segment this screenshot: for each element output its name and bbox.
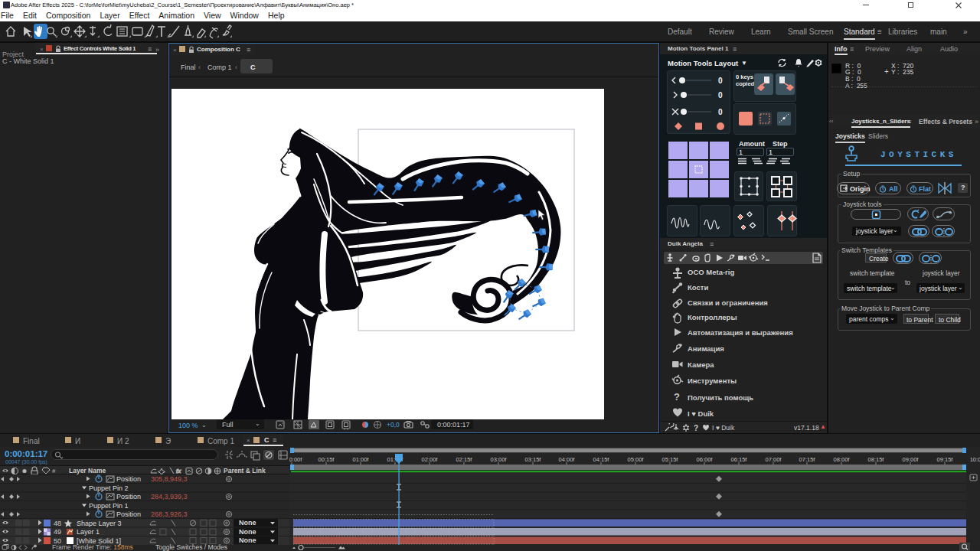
svg-text:02:00f: 02:00f bbox=[422, 456, 439, 463]
svg-text:Layer 1: Layer 1 bbox=[77, 528, 100, 536]
svg-text:268,3,926,3: 268,3,926,3 bbox=[151, 510, 188, 518]
svg-text:Layer Name: Layer Name bbox=[69, 467, 106, 474]
svg-text:0: 0 bbox=[718, 108, 723, 116]
svg-text:Parent & Link: Parent & Link bbox=[224, 467, 266, 474]
svg-text:?: ? bbox=[694, 424, 698, 432]
svg-text:0:00f: 0:00f bbox=[289, 456, 302, 463]
svg-text:Position: Position bbox=[116, 475, 141, 483]
svg-text:305,8,949,3: 305,8,949,3 bbox=[151, 475, 188, 483]
svg-text:fx: fx bbox=[176, 468, 181, 474]
svg-text:?: ? bbox=[674, 391, 680, 403]
svg-text:I ♥ Duik: I ♥ Duik bbox=[688, 409, 714, 418]
svg-text:49: 49 bbox=[54, 528, 61, 536]
svg-text:00:15f: 00:15f bbox=[318, 456, 335, 463]
svg-text:08:15f: 08:15f bbox=[868, 456, 885, 463]
svg-text:04:15f: 04:15f bbox=[593, 456, 610, 463]
svg-text:#: # bbox=[52, 468, 56, 474]
svg-text:Автоматизация и выражения: Автоматизация и выражения bbox=[688, 328, 793, 337]
svg-text:Position: Position bbox=[116, 510, 141, 518]
svg-text:0: 0 bbox=[718, 91, 723, 99]
svg-text:07:15f: 07:15f bbox=[799, 456, 816, 463]
svg-text:Связки и ограничения: Связки и ограничения bbox=[688, 298, 768, 307]
svg-text:10:0: 10:0 bbox=[970, 456, 980, 463]
svg-text:03:00f: 03:00f bbox=[491, 456, 508, 463]
svg-text:02:15f: 02:15f bbox=[456, 456, 473, 463]
svg-text:48: 48 bbox=[54, 520, 61, 527]
svg-text:08:00f: 08:00f bbox=[834, 456, 851, 463]
svg-text:0: 0 bbox=[718, 77, 723, 85]
svg-text:06:15f: 06:15f bbox=[731, 456, 748, 463]
svg-text:05:00f: 05:00f bbox=[628, 456, 645, 463]
svg-text:07:00f: 07:00f bbox=[766, 456, 782, 463]
svg-text:09:15f: 09:15f bbox=[937, 456, 954, 463]
svg-text:+0,0: +0,0 bbox=[387, 421, 400, 429]
svg-text:None: None bbox=[239, 536, 256, 544]
svg-text:Puppet Pin 1: Puppet Pin 1 bbox=[89, 502, 129, 510]
svg-text:Position: Position bbox=[116, 493, 141, 500]
svg-text:Инструменты: Инструменты bbox=[688, 377, 737, 385]
svg-text:284,3,939,3: 284,3,939,3 bbox=[151, 493, 188, 500]
svg-text:Кости: Кости bbox=[688, 283, 708, 292]
svg-text:Shape Layer 3: Shape Layer 3 bbox=[77, 520, 122, 527]
svg-text:Получить помощь: Получить помощь bbox=[688, 393, 753, 402]
svg-text:None: None bbox=[239, 528, 256, 536]
svg-text:04:00f: 04:00f bbox=[559, 456, 576, 463]
svg-text:03:15f: 03:15f bbox=[525, 456, 542, 463]
svg-text:OCO Meta-rig: OCO Meta-rig bbox=[688, 268, 734, 276]
svg-text:09:00f: 09:00f bbox=[903, 456, 920, 463]
svg-text:Контроллеры: Контроллеры bbox=[688, 313, 737, 321]
svg-text:05:15f: 05:15f bbox=[662, 456, 679, 463]
svg-text:Puppet Pin 2: Puppet Pin 2 bbox=[89, 484, 129, 492]
svg-text:Камера: Камера bbox=[688, 360, 714, 369]
svg-text:Анимация: Анимация bbox=[688, 344, 724, 353]
svg-text:None: None bbox=[239, 519, 256, 527]
svg-text:06:00f: 06:00f bbox=[697, 456, 714, 463]
svg-text:01:00f: 01:00f bbox=[353, 456, 370, 463]
